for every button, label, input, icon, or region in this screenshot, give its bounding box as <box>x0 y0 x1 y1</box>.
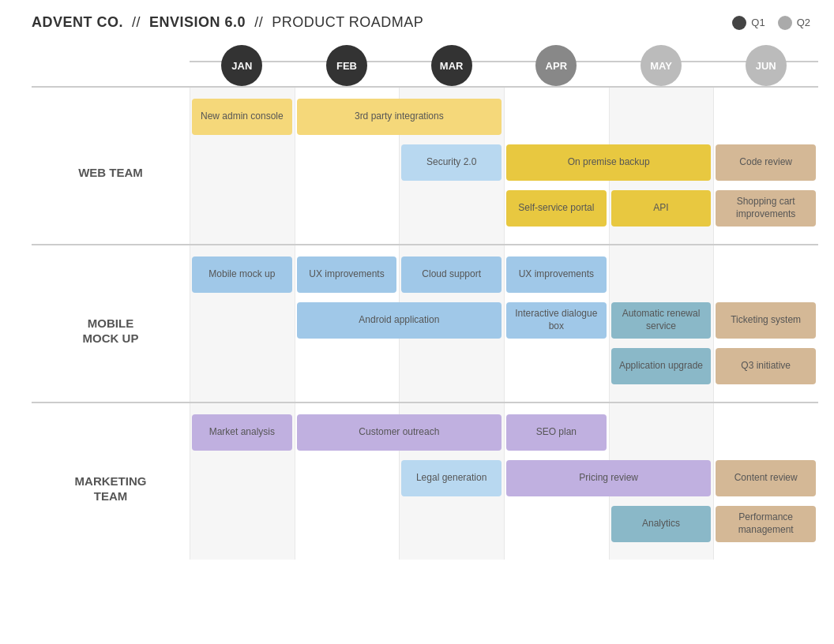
card-android-app: Android application <box>297 302 502 339</box>
card-shopping-cart: Shopping cart improvements <box>716 190 816 227</box>
month-circle-jan: JAN <box>221 45 262 86</box>
card-legal-gen: Legal generation <box>401 460 502 496</box>
month-col-may: MAY <box>609 45 714 86</box>
card-analytics: Analytics <box>611 506 712 542</box>
card-api: API <box>611 190 712 227</box>
month-col-mar: MAR <box>399 45 504 86</box>
team-row-mobile: MOBILE MOCK UPMobile mock upUX improveme… <box>32 244 818 402</box>
month-col-feb: FEB <box>295 45 400 86</box>
q1-legend: Q1 <box>732 16 764 30</box>
sep2: // <box>254 14 263 30</box>
card-cloud-support: Cloud support <box>401 256 502 293</box>
card-content-review: Content review <box>716 460 816 496</box>
card-interactive: Interactive dialogue box <box>506 302 607 339</box>
teams-container: WEB TEAMNew admin console3rd party integ… <box>32 86 818 560</box>
q2-dot <box>778 16 792 30</box>
card-pricing-review: Pricing review <box>506 460 711 496</box>
card-code-review: Code review <box>716 144 816 181</box>
card-auto-renewal: Automatic renewal service <box>611 302 712 339</box>
card-ux-improve2: UX improvements <box>506 256 607 293</box>
month-col-jan: JAN <box>190 45 295 86</box>
months-row: JANFEBMARAPRMAYJUN <box>190 39 818 86</box>
card-new-admin: New admin console <box>192 99 292 135</box>
legend: Q1 Q2 <box>732 16 810 30</box>
card-self-service: Self-service portal <box>506 190 607 227</box>
team-label-mobile: MOBILE MOCK UP <box>32 245 190 402</box>
card-q3-initiative: Q3 initiative <box>716 348 816 384</box>
subtitle: PRODUCT ROADMAP <box>272 14 423 30</box>
month-circle-mar: MAR <box>431 45 472 86</box>
q1-dot <box>732 16 746 30</box>
card-seo-plan: SEO plan <box>506 414 607 451</box>
team-row-marketing: MARKETING TEAMMarket analysisCustomer ou… <box>32 402 818 560</box>
sep1: // <box>132 14 141 30</box>
team-name-web: WEB TEAM <box>78 165 143 181</box>
card-mobile-mock: Mobile mock up <box>192 256 292 293</box>
card-security: Security 2.0 <box>401 144 502 181</box>
q1-label: Q1 <box>751 17 764 28</box>
card-performance-mgmt: Performance management <box>716 506 816 542</box>
month-circle-apr: APR <box>535 45 577 86</box>
team-row-web: WEB TEAMNew admin console3rd party integ… <box>32 86 818 244</box>
month-circle-feb: FEB <box>326 45 367 86</box>
q2-legend: Q2 <box>778 16 810 30</box>
card-app-upgrade: Application upgrade <box>611 348 712 384</box>
page-title: ADVENT CO. // ENVISION 6.0 // PRODUCT RO… <box>32 14 423 31</box>
month-col-jun: JUN <box>713 45 818 86</box>
team-grid-mobile: Mobile mock upUX improvementsCloud suppo… <box>190 245 818 402</box>
q2-label: Q2 <box>797 17 810 28</box>
card-customer-outreach: Customer outreach <box>297 414 502 451</box>
month-circle-jun: JUN <box>746 45 787 86</box>
page-header: ADVENT CO. // ENVISION 6.0 // PRODUCT RO… <box>0 0 834 39</box>
card-on-premise: On premise backup <box>506 144 711 181</box>
card-ux-improve1: UX improvements <box>297 256 397 293</box>
team-grid-web: New admin console3rd party integrationsS… <box>190 88 818 244</box>
company-name: ADVENT CO. <box>32 14 123 30</box>
month-circle-may: MAY <box>641 45 682 86</box>
product-name: ENVISION 6.0 <box>149 14 246 30</box>
team-grid-marketing: Market analysisCustomer outreachSEO plan… <box>190 403 818 560</box>
month-col-apr: APR <box>504 45 609 86</box>
team-label-marketing: MARKETING TEAM <box>32 403 190 560</box>
team-name-mobile: MOBILE MOCK UP <box>83 316 139 346</box>
card-3rd-party: 3rd party integrations <box>297 99 502 135</box>
roadmap: JANFEBMARAPRMAYJUN WEB TEAMNew admin con… <box>0 39 834 575</box>
team-label-web: WEB TEAM <box>32 88 190 244</box>
card-ticketing: Ticketing system <box>716 302 816 339</box>
card-market-analysis: Market analysis <box>192 414 292 451</box>
team-name-marketing: MARKETING TEAM <box>75 474 147 504</box>
